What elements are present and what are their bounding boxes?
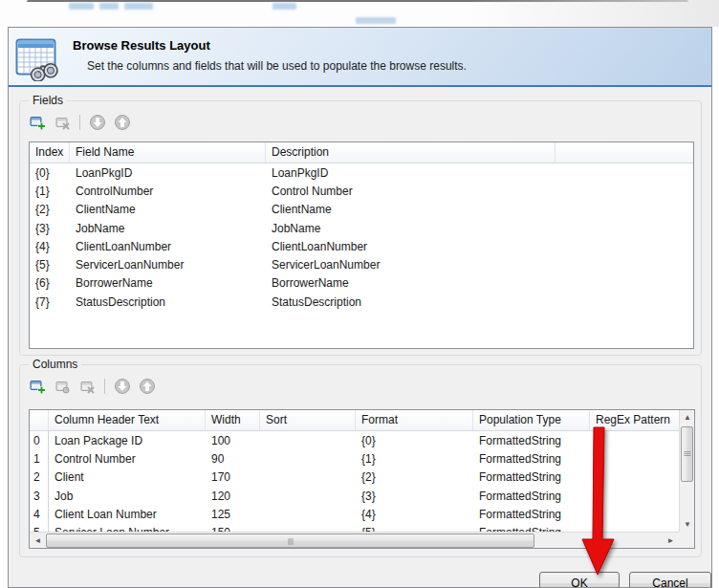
column-header — [30, 410, 49, 430]
column-header-text: Client — [49, 470, 206, 484]
column-header[interactable]: Column Header Text — [49, 410, 206, 430]
field-index: {0} — [30, 166, 70, 180]
move-column-up-button[interactable] — [138, 377, 157, 396]
edit-column-button[interactable] — [53, 377, 72, 396]
column-header[interactable]: Description — [266, 142, 556, 163]
fields-table[interactable]: Index Field Name Description {0} LoanPkg… — [29, 142, 694, 349]
scroll-down-arrow-icon[interactable]: ▼ — [680, 517, 695, 532]
field-name: BorrowerName — [70, 276, 266, 290]
add-field-button[interactable] — [28, 113, 47, 132]
move-field-up-button[interactable] — [113, 113, 132, 132]
scrollbar-corner — [679, 532, 694, 548]
field-description: JobName — [266, 222, 556, 235]
background-toolbar-icon — [69, 3, 94, 10]
column-format: {3} — [356, 490, 473, 503]
add-column-icon — [30, 379, 46, 395]
remove-column-icon — [79, 379, 96, 395]
field-name: ControlNumber — [70, 185, 266, 198]
column-header[interactable]: Index — [30, 142, 70, 163]
column-width: 170 — [206, 470, 260, 484]
red-down-arrow-annotation — [569, 421, 636, 583]
column-header-text: Job — [49, 490, 206, 503]
background-link-text — [356, 17, 396, 24]
fields-groupbox-label: Fields — [29, 94, 67, 107]
field-index: {6} — [30, 276, 70, 290]
row-number: 2 — [30, 468, 49, 487]
remove-field-icon — [54, 115, 71, 131]
column-header[interactable]: Format — [356, 410, 473, 430]
field-name: LoanPkgID — [70, 166, 266, 180]
column-format: {1} — [356, 452, 473, 466]
column-header[interactable]: Field Name — [70, 142, 266, 163]
move-down-icon — [114, 378, 131, 395]
toolbar-separator — [104, 379, 105, 394]
field-row[interactable]: {0} LoanPkgID LoanPkgID — [30, 163, 693, 182]
add-field-icon — [30, 115, 46, 131]
dialog-header-banner: Browse Results Layout Set the columns an… — [9, 28, 711, 87]
row-number: 1 — [30, 449, 49, 468]
column-format: {2} — [356, 470, 473, 484]
column-header-text: Loan Package ID — [49, 434, 206, 447]
add-column-button[interactable] — [28, 377, 47, 396]
field-description: Control Number — [266, 185, 556, 198]
field-row[interactable]: {7} StatusDescription StatusDescription — [30, 293, 693, 311]
column-format: {4} — [356, 508, 473, 521]
move-up-icon — [114, 114, 131, 131]
move-field-down-button[interactable] — [88, 113, 107, 132]
background-toolbar-icon — [99, 3, 119, 10]
table-binoculars-icon — [15, 36, 60, 81]
column-header[interactable]: Width — [206, 410, 260, 430]
fields-groupbox: Fields — [19, 100, 702, 356]
column-header-text: Control Number — [49, 452, 206, 466]
move-up-icon — [139, 378, 156, 395]
vertical-scrollbar-thumb[interactable] — [681, 426, 693, 482]
fields-table-header[interactable]: Index Field Name Description — [30, 142, 693, 163]
field-description: ClientName — [266, 203, 556, 216]
field-row[interactable]: {5} ServicerLoanNumber ServicerLoanNumbe… — [30, 255, 693, 273]
column-header[interactable]: Sort — [260, 410, 356, 430]
remove-field-button[interactable] — [53, 113, 72, 132]
background-toolbar-icon — [272, 3, 296, 10]
field-index: {3} — [30, 222, 70, 235]
field-name: JobName — [70, 222, 266, 235]
scroll-left-arrow-icon[interactable]: ◄ — [30, 533, 46, 549]
column-width: 120 — [206, 490, 260, 503]
field-row[interactable]: {1} ControlNumber Control Number — [30, 182, 693, 200]
vertical-scrollbar[interactable]: ▲ ▼ — [679, 410, 694, 532]
move-column-down-button[interactable] — [113, 377, 132, 396]
fields-toolbar — [28, 112, 132, 133]
remove-column-button[interactable] — [77, 377, 97, 396]
row-number: 4 — [30, 505, 49, 523]
column-width: 90 — [206, 452, 260, 466]
background-window-sliver — [0, 0, 719, 27]
field-row[interactable]: {2} ClientName ClientName — [30, 201, 693, 219]
column-width: 100 — [206, 434, 260, 447]
field-row[interactable]: {3} JobName JobName — [30, 219, 693, 237]
row-number: 3 — [30, 487, 49, 505]
field-index: {5} — [30, 258, 70, 272]
field-index: {1} — [30, 185, 70, 198]
field-name: ServicerLoanNumber — [70, 258, 266, 272]
field-row[interactable]: {4} ClientLoanNumber ClientLoanNumber — [30, 237, 693, 255]
scroll-up-arrow-icon[interactable]: ▲ — [680, 410, 695, 425]
row-number: 0 — [30, 431, 49, 449]
field-name: ClientName — [70, 203, 266, 216]
scroll-right-arrow-icon[interactable]: ► — [663, 533, 679, 549]
background-toolbar-icon — [124, 3, 153, 10]
column-width: 125 — [206, 508, 260, 521]
columns-toolbar — [28, 376, 157, 397]
field-description: StatusDescription — [266, 295, 556, 309]
toolbar-separator — [79, 115, 80, 130]
column-format: {0} — [356, 434, 473, 447]
field-row[interactable]: {6} BorrowerName BorrowerName — [30, 274, 693, 293]
field-name: ClientLoanNumber — [70, 240, 266, 253]
column-header-text: Client Loan Number — [49, 508, 206, 521]
row-number: 5 — [30, 523, 49, 532]
move-down-icon — [89, 114, 106, 131]
dialog-subtitle: Set the columns and fields that will be … — [87, 59, 467, 73]
field-name: StatusDescription — [70, 295, 266, 309]
horizontal-scrollbar-thumb[interactable] — [46, 534, 534, 548]
cancel-button[interactable]: Cancel — [629, 572, 711, 588]
column-header — [556, 142, 693, 163]
field-index: {7} — [30, 295, 70, 309]
